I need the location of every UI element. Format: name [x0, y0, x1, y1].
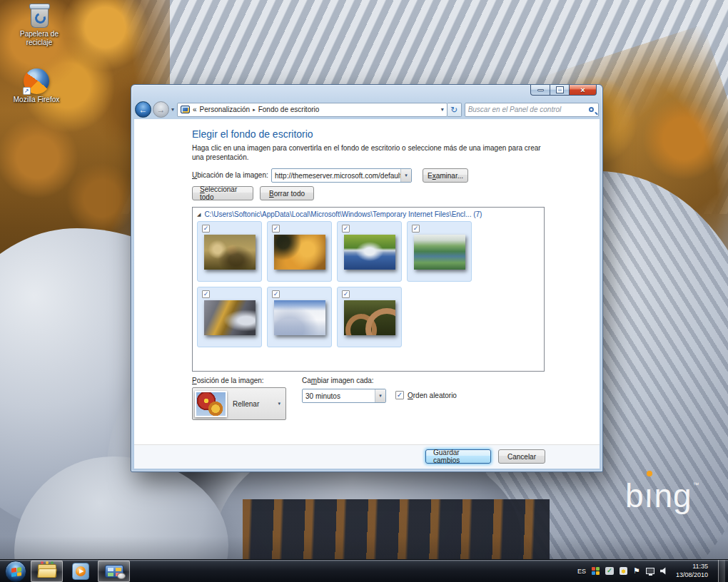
location-label: Ubicación de la imagen:	[192, 171, 268, 179]
restore-button[interactable]	[550, 85, 570, 96]
thumbnail-image-white-sand-dunes	[274, 300, 325, 335]
taskbar-button-windows-explorer[interactable]	[31, 561, 63, 582]
control-panel-icon	[181, 106, 190, 113]
refresh-icon: ↻	[450, 105, 457, 115]
minimize-icon	[537, 89, 544, 91]
thumbnail-checkbox[interactable]: ✓	[202, 225, 210, 233]
recycle-bin-icon	[31, 6, 49, 28]
thumbnail-image-mountain-lake-reflection	[344, 235, 395, 270]
language-indicator[interactable]: ES	[577, 568, 586, 575]
recent-pages-dropdown[interactable]: ▾	[171, 106, 174, 113]
interval-value: 30 minutos	[303, 392, 375, 400]
thumbnail-checkbox[interactable]: ✓	[342, 225, 350, 233]
wallpaper-thumbnail-autumn-leaves[interactable]: ✓	[267, 221, 332, 282]
control-panel-display-icon	[105, 565, 123, 578]
desktop-icon-firefox[interactable]: ↗ Mozilla Firefox	[9, 68, 64, 104]
show-desktop-button[interactable]	[718, 560, 725, 582]
volume-icon[interactable]	[660, 567, 669, 575]
safely-remove-hardware-icon[interactable]: ✓	[605, 567, 614, 575]
back-icon: ←	[139, 105, 148, 115]
footer: Guardar cambios Cancelar	[134, 445, 600, 469]
select-all-button[interactable]: Seleccionar todo	[192, 186, 253, 200]
thumbnail-image-cheetahs-savanna	[204, 235, 256, 270]
thumbnail-checkbox[interactable]: ✓	[412, 225, 420, 233]
clear-all-button[interactable]: Borrar todo	[260, 186, 314, 200]
breadcrumb-item-fondo-de-escritorio[interactable]: Fondo de escritorio	[258, 106, 320, 113]
wallpaper-group-path: C:\Users\Softonic\AppData\Local\Microsof…	[204, 210, 482, 218]
thumbnail-checkbox[interactable]: ✓	[202, 290, 210, 298]
minimize-button[interactable]	[530, 85, 550, 96]
folder-documents-icon	[41, 561, 54, 564]
windows-logo-icon	[11, 567, 21, 576]
cancel-button[interactable]: Cancelar	[498, 449, 545, 464]
thumbnail-checkbox[interactable]: ✓	[272, 225, 280, 233]
thumbnail-image-green-valley-lake	[414, 235, 465, 270]
save-changes-button[interactable]: Guardar cambios	[425, 449, 491, 464]
clock-time: 11:35	[676, 563, 708, 571]
position-dropdown-icon: ▾	[278, 401, 283, 407]
taskbar-clock[interactable]: 11:35 13/08/2010	[676, 563, 708, 579]
problem-reports-icon[interactable]	[620, 567, 627, 575]
shuffle-checkbox[interactable]: ✓	[395, 391, 404, 399]
wallpaper-thumbnail-autumn-rocky-cliff[interactable]: ✓	[197, 287, 262, 347]
taskbar: ES ✓ ⚑ 11:35 13/08/2010	[0, 559, 728, 582]
wallpaper-thumbnail-cheetahs-savanna[interactable]: ✓	[197, 221, 262, 282]
page-description: Haga clic en una imagen para convertirla…	[192, 144, 552, 162]
breadcrumb-item-personalizacion[interactable]: Personalización	[200, 106, 251, 113]
location-combobox[interactable]: http://themeserver.microsoft.com/default…	[271, 168, 412, 183]
combobox-dropdown-icon[interactable]: ▾	[375, 389, 385, 402]
action-center-flag-icon[interactable]: ⚑	[633, 567, 640, 575]
wallpaper-group-header[interactable]: ◢ C:\Users\Softonic\AppData\Local\Micros…	[193, 208, 544, 220]
collapse-triangle-icon[interactable]: ◢	[197, 212, 201, 218]
picture-position-dropdown[interactable]: Rellenar ▾	[192, 387, 286, 420]
back-button[interactable]: ←	[135, 101, 151, 118]
restore-icon	[557, 87, 563, 93]
breadcrumb-overflow-chevrons[interactable]: «	[193, 106, 197, 113]
wallpaper-thumbnail-arched-bridge[interactable]: ✓	[337, 287, 402, 347]
location-value: http://themeserver.microsoft.com/default…	[272, 172, 400, 180]
position-preview-thumbnail	[195, 391, 227, 417]
navigation-bar: ← → ▾ « Personalización ▸ Fondo de escri…	[135, 101, 599, 118]
shuffle-label: Orden aleatorio	[408, 392, 457, 399]
thumbnail-image-autumn-leaves	[274, 235, 325, 270]
address-dropdown-icon[interactable]: ▾	[441, 106, 444, 113]
network-icon[interactable]	[646, 568, 654, 574]
forward-button[interactable]: →	[153, 101, 169, 118]
desktop-icon-label: Papelera de reciclaje	[11, 30, 67, 46]
search-input[interactable]	[468, 106, 589, 113]
desktop-icon-label: Mozilla Firefox	[9, 96, 64, 104]
wallpaper-list[interactable]: ◢ C:\Users\Softonic\AppData\Local\Micros…	[192, 207, 545, 372]
clock-date: 13/08/2010	[676, 571, 708, 579]
thumbnail-checkbox[interactable]: ✓	[272, 290, 280, 298]
breadcrumb[interactable]: « Personalización ▸ Fondo de escritorio …	[177, 103, 448, 117]
window-content: Elegir el fondo de escritorio Haga clic …	[134, 119, 600, 469]
media-player-icon	[72, 563, 89, 580]
control-panel-window: × ← → ▾ « Personalización ▸ Fondo de esc…	[131, 84, 603, 472]
system-tray: ES ✓ ⚑ 11:35 13/08/2010	[577, 560, 728, 582]
combobox-dropdown-icon[interactable]: ▾	[400, 169, 411, 182]
taskbar-button-media-player[interactable]	[64, 561, 96, 582]
window-caption-buttons: ×	[530, 85, 597, 96]
interval-combobox[interactable]: 30 minutos ▾	[302, 389, 386, 403]
wallpaper-thumbnail-grid: ✓✓✓✓✓✓✓	[193, 220, 544, 349]
breadcrumb-separator-icon: ▸	[253, 107, 256, 113]
close-button[interactable]: ×	[570, 85, 597, 96]
thumbnail-checkbox[interactable]: ✓	[342, 290, 350, 298]
wallpaper-thumbnail-green-valley-lake[interactable]: ✓	[407, 221, 472, 282]
interval-label: Cambiar imagen cada:	[302, 377, 374, 384]
wallpaper-thumbnail-white-sand-dunes[interactable]: ✓	[267, 287, 332, 347]
page-title: Elegir el fondo de escritorio	[192, 128, 313, 140]
refresh-button[interactable]: ↻	[448, 103, 462, 117]
start-button[interactable]	[5, 561, 26, 582]
browse-button[interactable]: Examinar...	[423, 168, 468, 183]
wallpaper-thumbnail-mountain-lake-reflection[interactable]: ✓	[337, 221, 402, 282]
shortcut-arrow-icon: ↗	[23, 87, 31, 95]
firefox-icon: ↗	[24, 68, 49, 93]
desktop-icon-recycle-bin[interactable]: Papelera de reciclaje	[11, 6, 67, 46]
position-label: Posición de la imagen:	[192, 377, 264, 384]
forward-icon: →	[157, 105, 166, 115]
taskbar-button-control-panel[interactable]	[98, 561, 130, 582]
search-box	[465, 103, 599, 117]
windows-update-icon[interactable]	[592, 567, 600, 575]
windows-explorer-icon	[38, 564, 56, 578]
